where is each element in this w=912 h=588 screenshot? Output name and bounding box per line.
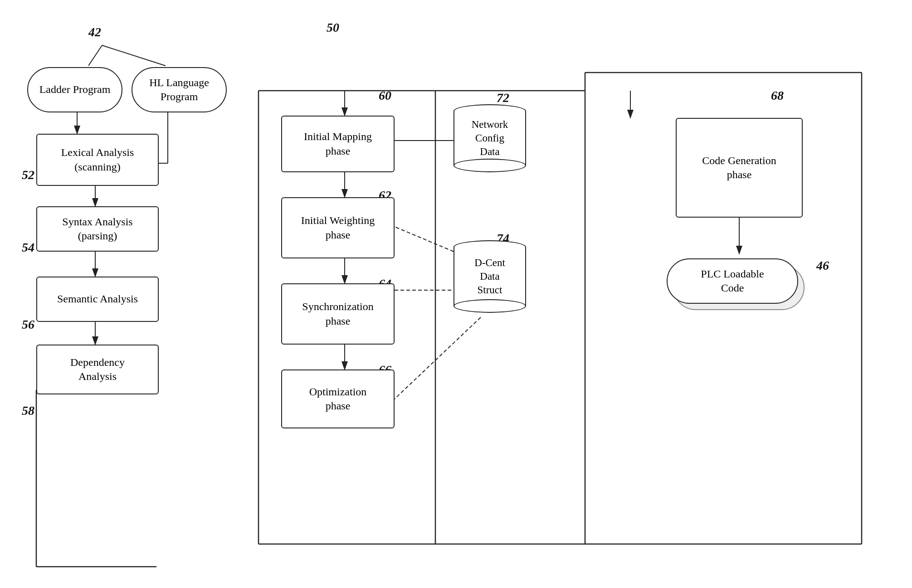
hl-language-label: HL Language Program — [149, 76, 209, 104]
ref-42: 42 — [88, 25, 101, 39]
ladder-program-box: Ladder Program — [27, 67, 122, 112]
cyl-body-2: D-Cent Data Struct — [454, 247, 526, 306]
dependency-analysis-box: Dependency Analysis — [36, 345, 159, 394]
initial-weighting-box: Initial Weighting phase — [281, 197, 395, 258]
network-config-cylinder: Network Config Data — [454, 104, 526, 172]
code-generation-label: Code Generation phase — [702, 154, 776, 182]
ref-52: 52 — [22, 168, 34, 182]
initial-weighting-label: Initial Weighting phase — [301, 214, 375, 242]
svg-line-3 — [88, 45, 102, 66]
dcent-data-cylinder: D-Cent Data Struct — [454, 240, 526, 313]
lexical-analysis-box: Lexical Analysis (scanning) — [36, 134, 159, 186]
svg-line-4 — [102, 45, 166, 66]
ref-72: 72 — [497, 91, 509, 105]
ref-60: 60 — [379, 88, 391, 103]
svg-line-23 — [395, 317, 481, 399]
code-generation-box: Code Generation phase — [676, 118, 803, 218]
synchronization-label: Synchronization phase — [302, 300, 373, 328]
hl-language-box: HL Language Program — [132, 67, 227, 112]
ref-50: 50 — [327, 20, 339, 35]
ladder-program-label: Ladder Program — [39, 83, 111, 97]
semantic-analysis-label: Semantic Analysis — [57, 292, 138, 306]
optimization-label: Optimization phase — [309, 385, 367, 413]
ref-58: 58 — [22, 403, 34, 418]
network-config-label: Network Config Data — [472, 118, 508, 159]
ref-46: 46 — [816, 258, 829, 273]
cyl-body-1: Network Config Data — [454, 111, 526, 165]
syntax-analysis-label: Syntax Analysis (parsing) — [62, 215, 132, 243]
synchronization-box: Synchronization phase — [281, 283, 395, 345]
dependency-analysis-label: Dependency Analysis — [70, 355, 125, 384]
dcent-data-label: D-Cent Data Struct — [474, 256, 505, 297]
syntax-analysis-box: Syntax Analysis (parsing) — [36, 206, 159, 252]
optimization-box: Optimization phase — [281, 369, 395, 428]
ref-68: 68 — [771, 88, 784, 103]
ref-56: 56 — [22, 317, 34, 332]
ref-54: 54 — [22, 240, 34, 255]
diagram-container: 42 50 Ladder Program HL Language Program… — [0, 0, 912, 588]
cyl-bottom-2 — [454, 299, 526, 313]
cyl-bottom-1 — [454, 159, 526, 172]
plc-loadable-label: PLC Loadable Code — [701, 267, 764, 295]
initial-mapping-box: Initial Mapping phase — [281, 116, 395, 172]
semantic-analysis-box: Semantic Analysis — [36, 277, 159, 322]
initial-mapping-label: Initial Mapping phase — [304, 130, 372, 158]
lexical-analysis-label: Lexical Analysis (scanning) — [61, 146, 134, 174]
